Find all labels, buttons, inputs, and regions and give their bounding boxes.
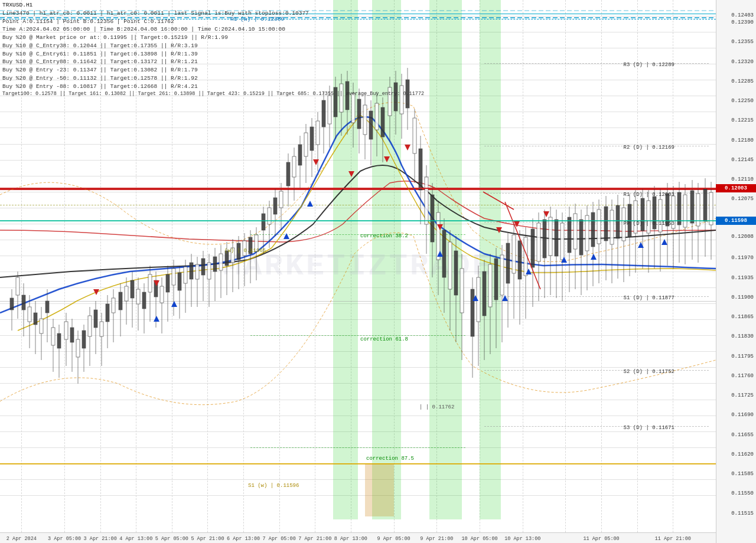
svg-rect-107	[322, 100, 325, 127]
svg-rect-99	[298, 145, 302, 165]
s3-d-line	[484, 426, 709, 427]
svg-rect-27	[82, 331, 86, 348]
price-tick: 0.12110	[731, 176, 754, 182]
svg-marker-234	[154, 316, 159, 322]
svg-rect-13	[40, 319, 43, 333]
svg-rect-217	[659, 199, 662, 232]
green-zone-1	[333, 0, 358, 519]
s1-d-label: S1 (D) | 0.11877	[624, 295, 674, 301]
buy-line: Buy %20 @ Market price or at: 0.11995 ||…	[2, 34, 424, 42]
price-tick: 0.11655	[731, 432, 754, 438]
buy-line: Buy %20 @ Entry -23: 0.11347 || Target:0…	[2, 66, 424, 74]
r1-d-line	[484, 193, 709, 194]
svg-rect-63	[190, 263, 193, 279]
price-tick: 0.12145	[731, 157, 754, 163]
svg-marker-243	[591, 254, 597, 260]
price-tick: 0.11550	[731, 490, 754, 496]
svg-rect-135	[406, 80, 409, 108]
svg-rect-185	[561, 223, 564, 260]
symbol-line: TRXUSD.H1	[2, 1, 424, 9]
svg-rect-169	[512, 235, 516, 273]
svg-rect-79	[237, 243, 240, 260]
svg-rect-175	[531, 229, 535, 267]
current-price-box-low: 0.11598	[716, 217, 756, 225]
price-tick: 0.11935	[731, 275, 754, 281]
svg-rect-223	[677, 192, 681, 225]
time-tick: 9 Apr 21:00	[420, 536, 453, 542]
pp-d-line	[484, 222, 709, 223]
price-tick: 0.12355	[731, 39, 754, 45]
buy-line: Buy %10 @ C_Entry88: 0.11642 || Target:0…	[2, 58, 424, 66]
buy-line: Buy %10 @ C_Entry61: 0.11851 || Target:0…	[2, 50, 424, 58]
svg-rect-167	[506, 243, 510, 283]
svg-marker-247	[154, 280, 159, 286]
time-tick: 9 Apr 05:00	[377, 536, 410, 542]
svg-rect-91	[273, 198, 277, 214]
correction-875-label: correction 87.5	[366, 456, 414, 462]
time-tick: 3 Apr 21:00	[84, 536, 117, 542]
price-tick: 0.11585	[731, 471, 754, 477]
time-tick: 10 Apr 13:00	[504, 536, 540, 542]
r3-d-label: R3 (D) | 0.12289	[624, 62, 674, 68]
svg-rect-195	[591, 212, 595, 247]
svg-rect-95	[286, 162, 290, 186]
svg-rect-227	[690, 191, 694, 223]
svg-rect-71	[213, 257, 217, 272]
svg-rect-155	[471, 289, 474, 336]
svg-rect-191	[579, 220, 583, 255]
green-zone-4	[480, 0, 501, 519]
buy-lines: Buy %20 @ Market price or at: 0.11995 ||…	[2, 34, 424, 90]
svg-rect-5	[16, 277, 19, 295]
time-tick: 8 Apr 13:00	[334, 536, 367, 542]
svg-rect-87	[262, 214, 265, 230]
svg-rect-73	[219, 254, 223, 270]
time-tick: 5 Apr 05:00	[155, 536, 188, 542]
pp-d-label: PP (D) | 0.11953	[624, 221, 674, 227]
r3-d-line	[484, 63, 709, 64]
r2-d-line	[484, 146, 709, 146]
r1-weekly-line	[0, 19, 716, 19]
svg-rect-89	[268, 208, 271, 224]
price-tick: 0.11515	[731, 511, 754, 516]
price-tick: 0.12180	[731, 138, 754, 143]
time-axis: 2 Apr 20243 Apr 05:003 Apr 21:004 Apr 13…	[0, 532, 716, 543]
price-tick: 0.11620	[731, 452, 754, 457]
svg-rect-121	[363, 105, 367, 135]
s1-weekly-label: S1 (w) | 0.11596	[248, 483, 299, 489]
svg-rect-61	[184, 267, 187, 283]
green-zone-2	[372, 0, 400, 519]
svg-rect-101	[304, 133, 308, 156]
current-price-box-high: 0.12003	[716, 184, 756, 192]
price-axis: 0.124030.123900.123550.123200.122850.122…	[716, 0, 756, 543]
chart-container: MARKETIZTRADE	[0, 0, 756, 543]
price-tick: 0.12320	[731, 59, 754, 65]
svg-rect-41	[125, 286, 128, 301]
price-tick: 0.11830	[731, 333, 754, 339]
svg-rect-49	[148, 274, 152, 292]
svg-rect-85	[255, 235, 258, 251]
svg-rect-67	[201, 259, 205, 275]
price-tick: 0.11690	[731, 412, 754, 418]
s1-d-line	[484, 296, 709, 297]
price-tick: 0.11760	[731, 373, 754, 379]
svg-rect-11	[34, 313, 37, 325]
svg-rect-171	[518, 241, 522, 279]
svg-rect-105	[316, 121, 320, 145]
time-tick: 2 Apr 2024	[6, 536, 37, 542]
time-tick: 3 Apr 05:00	[48, 536, 81, 542]
time-tick: 11 Apr 05:00	[583, 536, 619, 542]
price-tick: 0.12403	[731, 12, 754, 18]
svg-rect-75	[225, 251, 229, 266]
svg-rect-15	[45, 301, 49, 313]
time-tick: 6 Apr 13:00	[227, 536, 260, 542]
price-box-high-value: 0.12003	[725, 185, 747, 191]
svg-rect-7	[22, 295, 25, 310]
correction-618-label: correction 61.8	[360, 336, 408, 342]
svg-rect-173	[524, 237, 527, 276]
buy-line: Buy %20 @ Entry -50: 0.11132 || Target:0…	[2, 74, 424, 83]
svg-rect-179	[543, 220, 546, 258]
fib-weekly-line	[0, 205, 716, 205]
svg-rect-25	[76, 339, 80, 357]
svg-rect-103	[310, 127, 314, 151]
price-tick: 0.11725	[731, 392, 754, 398]
